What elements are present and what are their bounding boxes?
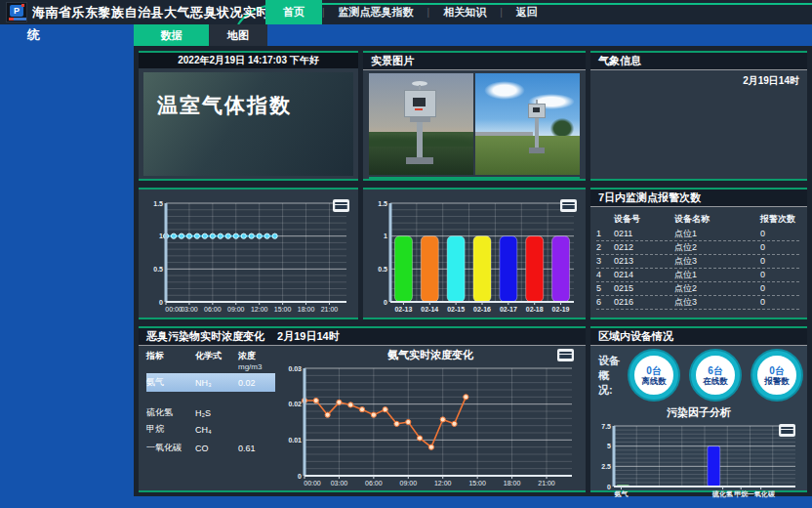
stat-label: 在线数 — [703, 376, 728, 386]
panel-weather: 气象信息 2月19日14时 — [590, 51, 807, 181]
alarm-cell: 点位1 — [674, 228, 760, 240]
svg-text:15:00: 15:00 — [468, 480, 486, 487]
panel-greenhouse-index: 2022年2月19日 14:17:03 下午好 温室气体指数 — [139, 51, 358, 181]
alarm-cell: 5 — [596, 282, 614, 295]
pollutant-name: 一氧化碳 — [146, 442, 195, 454]
alarm-cell: 4 — [596, 269, 614, 281]
nh3-chart-title: 氨气实时浓度变化 — [275, 345, 586, 362]
chart-menu-icon[interactable] — [333, 199, 349, 212]
pollutant-name: 甲烷 — [146, 423, 195, 436]
svg-text:12:00: 12:00 — [251, 306, 268, 313]
headline-box: 温室气体指数 — [143, 72, 353, 176]
svg-text:7.5: 7.5 — [601, 423, 611, 430]
poll-unit: mg/m3 — [238, 362, 277, 371]
weather-title: 气象信息 — [590, 53, 807, 70]
stat-circle-2: 0台报警数 — [752, 351, 801, 400]
logo-subtext — [9, 18, 26, 21]
pollutant-title-text: 恶臭污染物实时浓度变化 — [146, 330, 264, 342]
alarm-cell: 0211 — [614, 228, 674, 240]
panel-index-trend-chart: 00.511.500:0003:0006:0009:0012:0015:0018… — [139, 188, 358, 319]
stat-circle-1: 6台在线数 — [691, 351, 740, 400]
alarm-col-2: 报警次数 — [760, 211, 799, 228]
pollutant-row[interactable]: 一氧化碳CO0.61 — [146, 439, 275, 457]
photo2-tree — [550, 118, 574, 139]
poll-col-1: 化学式 — [195, 350, 238, 371]
svg-text:硫化氢: 硫化氢 — [711, 489, 733, 498]
app-title-wrap: 统 — [27, 26, 40, 44]
svg-text:09:00: 09:00 — [400, 480, 418, 487]
svg-text:09:00: 09:00 — [227, 306, 245, 313]
svg-text:02-14: 02-14 — [421, 306, 438, 313]
panel-pollutant-concentration: 恶臭污染物实时浓度变化 2月19日14时 指标化学式浓度mg/m3氨气NH₃0.… — [139, 326, 586, 492]
tab-1[interactable]: 地图 — [209, 24, 267, 46]
svg-text:03:00: 03:00 — [181, 306, 198, 313]
pollutant-value: 0.02 — [238, 378, 277, 388]
alarm-cell: 0214 — [614, 269, 674, 281]
pollutant-name: 硫化氢 — [146, 406, 195, 419]
alarm-cell: 0 — [760, 255, 799, 268]
alarm-cell: 0216 — [614, 296, 674, 309]
table-row: 50215点位20 — [596, 282, 799, 296]
svg-text:06:00: 06:00 — [365, 480, 383, 487]
stat-label: 报警数 — [764, 376, 790, 386]
factor-analysis-title: 污染因子分析 — [590, 405, 807, 420]
nav-item-1[interactable]: 监测点恶臭指数 — [325, 1, 427, 23]
svg-text:甲烷: 甲烷 — [734, 489, 748, 498]
chart-menu-icon[interactable] — [557, 349, 574, 361]
alarm-table-body: 10211点位1020212点位2030213点位3040214点位105021… — [596, 228, 799, 310]
pollutant-formula: CO — [195, 444, 238, 453]
site-photos-title: 实景图片 — [363, 53, 586, 70]
svg-text:02-17: 02-17 — [500, 306, 517, 313]
svg-text:02-13: 02-13 — [394, 306, 412, 313]
svg-text:06:00: 06:00 — [204, 306, 222, 313]
site-photo-1 — [369, 73, 473, 175]
svg-text:2.5: 2.5 — [601, 463, 611, 470]
svg-text:00:00: 00:00 — [304, 480, 321, 487]
weather-timestamp: 2月19日14时 — [590, 70, 807, 88]
svg-text:0: 0 — [159, 299, 163, 306]
pollutant-row[interactable]: 硫化氢H₂S — [146, 405, 275, 420]
factor-analysis-chart: 02.557.5氨气硫化氢甲烷一氧化碳 — [594, 421, 803, 499]
device-overview: 设备概况: 0台离线数6台在线数0台报警数 — [590, 346, 807, 402]
svg-text:02-16: 02-16 — [473, 306, 491, 313]
alarm-cell: 3 — [596, 255, 614, 268]
table-row: 20212点位20 — [596, 241, 799, 255]
svg-text:1.5: 1.5 — [153, 200, 163, 207]
pollutant-row[interactable]: 甲烷CH₄ — [146, 420, 275, 439]
alarm-cell: 0 — [760, 282, 799, 295]
alarm-table: 设备号设备名称报警次数 10211点位1020212点位2030213点位304… — [596, 211, 799, 310]
panel-site-photos: 实景图片 — [363, 51, 586, 181]
alarm-cell: 0 — [760, 269, 799, 281]
alarm-cell: 0 — [760, 241, 799, 254]
pollutant-name: 氨气 — [146, 376, 195, 389]
svg-text:0: 0 — [384, 299, 387, 306]
nav-item-0[interactable]: 首页 — [265, 0, 322, 24]
stat-count: 6台 — [708, 365, 723, 376]
pollutant-body: 指标化学式浓度mg/m3氨气NH₃0.02硫化氢H₂S甲烷CH₄一氧化碳CO0.… — [139, 345, 586, 490]
svg-text:氨气: 氨气 — [613, 490, 628, 498]
chart-menu-icon[interactable] — [779, 424, 795, 437]
nh3-chart-wrap: 氨气实时浓度变化 00.010.020.0300:0003:0006:0009:… — [275, 345, 586, 490]
svg-text:1: 1 — [159, 233, 163, 239]
photo1-monitoring-station — [400, 81, 443, 171]
alarm-cell: 点位2 — [674, 241, 760, 254]
pollutant-formula: NH₃ — [195, 378, 238, 388]
alarm-cell: 0213 — [614, 255, 674, 268]
pollutant-row[interactable]: 氨气NH₃0.02 — [146, 373, 275, 392]
chart-menu-icon[interactable] — [560, 199, 577, 212]
photo-row — [369, 73, 580, 179]
table-row: 60216点位30 — [596, 296, 799, 310]
alarm-cell: 点位2 — [674, 282, 760, 295]
stat-count: 0台 — [646, 365, 662, 376]
svg-text:02-15: 02-15 — [447, 306, 465, 313]
panel-alarm-counts: 7日内监测点报警次数 设备号设备名称报警次数 10211点位1020212点位2… — [590, 188, 807, 319]
nav-item-2[interactable]: 相关知识 — [429, 1, 500, 23]
app-logo: P — [6, 2, 27, 22]
alarm-col-1: 设备名称 — [674, 211, 760, 228]
tab-0[interactable]: 数据 — [134, 24, 209, 46]
svg-text:0.5: 0.5 — [378, 266, 387, 273]
alarm-counts-title: 7日内监测点报警次数 — [590, 190, 807, 207]
svg-text:12:00: 12:00 — [434, 480, 452, 487]
alarm-cell: 0215 — [614, 282, 674, 295]
nav-item-3[interactable]: 返回 — [503, 1, 551, 23]
